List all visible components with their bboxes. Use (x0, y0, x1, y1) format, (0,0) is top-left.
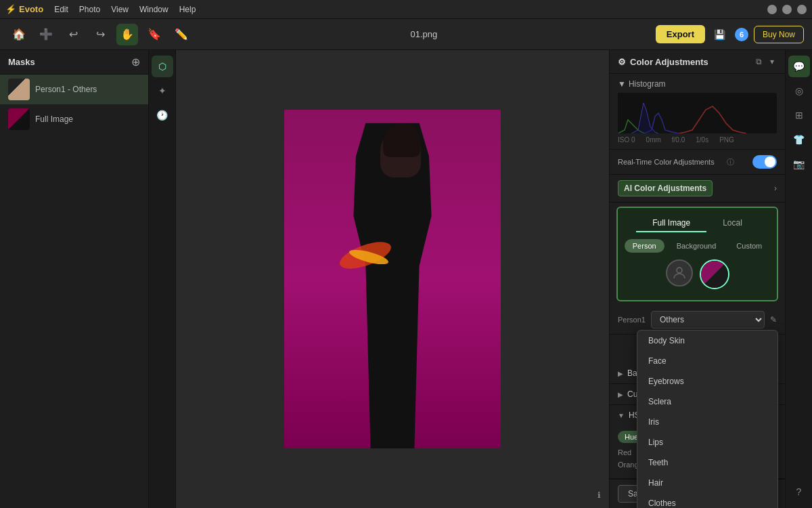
info-icon[interactable]: ⓘ (727, 157, 734, 167)
toolbar: 🏠 ➕ ↩ ↪ ✋ 🔖 ✏️ 01.png Export 💾 6 Buy Now (0, 19, 812, 50)
left-sidebar-icons: ⬡ ✦ 🕐 (149, 50, 176, 508)
dropdown-item-sclera[interactable]: Sclera (637, 391, 777, 412)
mask-thumb-person (8, 79, 30, 100)
chat-icon[interactable]: 💬 (788, 56, 810, 77)
dropdown-item-body-skin[interactable]: Body Skin (637, 331, 777, 351)
dropdown-item-face[interactable]: Face (637, 351, 777, 371)
grid-icon[interactable]: ⊞ (788, 104, 810, 126)
mask-item-person[interactable]: Person1 - Others (0, 75, 148, 104)
menubar: ⚡ Evoto Edit Photo View Window Help (0, 0, 812, 19)
panel-actions: ⧉ ▾ (753, 56, 777, 68)
toolbar-right: Export 💾 6 Buy Now (656, 25, 804, 44)
history-icon[interactable]: 🕐 (152, 104, 173, 126)
canvas-area: ℹ (176, 50, 609, 508)
panel-title-text: Color Adjustments (630, 57, 708, 67)
subtab-person[interactable]: Person (625, 239, 664, 253)
home-button[interactable]: 🏠 (8, 24, 30, 45)
histogram-meta: ISO 0 0mm f/0.0 1/0s PNG (618, 136, 777, 144)
realtime-label: Real-Time Color Adjustments (618, 158, 715, 166)
dropdown-item-eyebrows[interactable]: Eyebrows (637, 371, 777, 391)
dropdown-menu: Body Skin Face Eyebrows Sclera Iris Lips (637, 330, 778, 508)
minimize-button[interactable] (767, 5, 777, 14)
hair-shape (383, 123, 420, 157)
canvas-info-button[interactable]: ℹ (597, 490, 601, 500)
histogram-section: ▼ Histogram ISO 0 0mm f/0.0 1/0s PNG (610, 74, 785, 150)
app-name: Evoto (19, 4, 43, 14)
hsl-chevron-icon: ▼ (618, 412, 625, 419)
canvas-image (284, 110, 501, 448)
ai-avatars (626, 259, 769, 289)
main-layout: Masks ⊕ Person1 - Others Full Image ⬡ ✦ … (0, 50, 812, 508)
ai-tabs-section: Full Image Local Person Background Custo… (616, 207, 778, 301)
menu-window[interactable]: Window (139, 5, 168, 14)
adjustments-icon[interactable]: ✦ (152, 80, 173, 102)
add-mask-button[interactable]: ⊕ (131, 56, 140, 68)
menu-view[interactable]: View (111, 5, 129, 14)
effects-icon[interactable]: ◎ (788, 80, 810, 102)
window-controls (767, 5, 807, 14)
person-label: Person1 (618, 316, 646, 324)
adjustments-icon-small: ⚙ (618, 57, 626, 67)
add-button[interactable]: ➕ (35, 24, 57, 45)
redo-button[interactable]: ↪ (89, 24, 111, 45)
subtab-background[interactable]: Background (669, 239, 725, 253)
avatar-placeholder[interactable] (666, 259, 693, 287)
toggle-thumb (765, 156, 775, 167)
dropdown-item-hair[interactable]: Hair (637, 473, 777, 493)
app-logo: ⚡ Evoto (5, 4, 43, 14)
menu-help[interactable]: Help (179, 5, 196, 14)
masks-icon[interactable]: ⬡ (152, 56, 173, 77)
realtime-toggle[interactable] (752, 155, 777, 169)
masks-title: Masks (8, 57, 35, 67)
ai-sub-tabs: Person Background Custom (626, 239, 769, 253)
tab-full-image[interactable]: Full Image (636, 215, 706, 232)
focal-length: 0mm (646, 136, 661, 144)
menu-edit[interactable]: Edit (54, 5, 68, 14)
mask-label-full: Full Image (35, 114, 73, 124)
close-button[interactable] (797, 5, 807, 14)
avatar-person1[interactable] (700, 259, 729, 289)
iso-value: ISO 0 (618, 136, 635, 144)
pan-button[interactable]: ✋ (116, 24, 138, 45)
person-select[interactable]: Others (651, 311, 765, 329)
dropdown-item-iris[interactable]: Iris (637, 412, 777, 432)
subtab-custom[interactable]: Custom (728, 239, 770, 253)
undo-button[interactable]: ↩ (62, 24, 84, 45)
file-name: 01.png (198, 29, 650, 39)
dropdown-item-clothes[interactable]: Clothes (637, 493, 777, 508)
brush-button[interactable]: ✏️ (171, 24, 192, 45)
masks-panel: Masks ⊕ Person1 - Others Full Image (0, 50, 149, 508)
svg-point-0 (677, 268, 682, 273)
save-icon[interactable]: 💾 (710, 25, 729, 44)
collapse-icon[interactable]: ▼ (618, 79, 626, 89)
dropdown-item-teeth[interactable]: Teeth (637, 452, 777, 473)
tab-local[interactable]: Local (706, 215, 759, 232)
maximize-button[interactable] (782, 5, 792, 14)
panel-expand-button[interactable]: ⧉ (753, 56, 765, 68)
right-sidebar-icons: 💬 ◎ ⊞ 👕 📷 ? (785, 50, 812, 508)
menu-photo[interactable]: Photo (79, 5, 100, 14)
avatar-person-image (701, 261, 728, 288)
histogram-graph (618, 93, 777, 133)
right-panel: ⚙ Color Adjustments ⧉ ▾ ▼ Histogram (609, 50, 785, 508)
mask-thumb-full (8, 108, 30, 130)
buy-button[interactable]: Buy Now (754, 26, 804, 43)
person-edit-button[interactable]: ✎ (770, 315, 777, 324)
camera-icon[interactable]: 📷 (788, 153, 810, 175)
person-dropdown-container: Person1 Others ✎ Body Skin Face Eyebrows (610, 305, 785, 335)
notification-badge[interactable]: 6 (735, 28, 748, 41)
panel-chevron-button[interactable]: ▾ (767, 56, 777, 68)
stamp-button[interactable]: 🔖 (143, 24, 165, 45)
basic-chevron-icon: ▶ (618, 370, 623, 377)
help-icon[interactable]: ? (788, 481, 810, 503)
dropdown-item-lips[interactable]: Lips (637, 432, 777, 452)
shutter-speed: 1/0s (696, 136, 708, 144)
ai-title: AI Color Adjustments (618, 180, 713, 196)
tshirt-icon[interactable]: 👕 (788, 129, 810, 150)
mask-label-person: Person1 - Others (35, 85, 97, 94)
curves-chevron-icon: ▶ (618, 391, 623, 398)
ai-header[interactable]: AI Color Adjustments › (618, 180, 777, 196)
mask-item-full[interactable]: Full Image (0, 104, 148, 134)
export-button[interactable]: Export (656, 25, 705, 43)
file-type: PNG (719, 136, 734, 144)
